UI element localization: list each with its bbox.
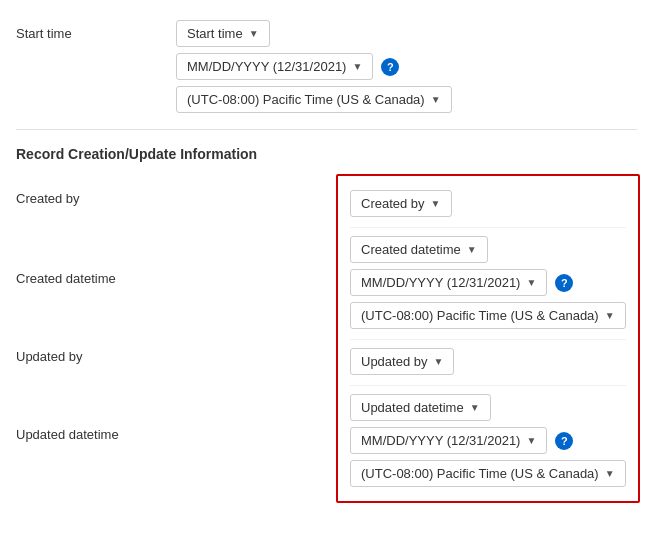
updated-datetime-help-icon[interactable]: ? [555,432,573,450]
created-by-dropdown[interactable]: Created by ▼ [350,190,452,217]
created-datetime-dropdown-label: Created datetime [361,242,461,257]
updated-datetime-group: Updated datetime ▼ MM/DD/YYYY (12/31/202… [350,386,626,493]
start-time-timezone-arrow-icon: ▼ [431,94,441,105]
updated-datetime-timezone-label: (UTC-08:00) Pacific Time (US & Canada) [361,466,599,481]
start-time-label: Start time [16,20,176,41]
updated-datetime-timezone-arrow-icon: ▼ [605,468,615,479]
updated-datetime-dropdown[interactable]: Updated datetime ▼ [350,394,491,421]
updated-datetime-timezone-dropdown[interactable]: (UTC-08:00) Pacific Time (US & Canada) ▼ [350,460,626,487]
start-time-section: Start time Start time ▼ MM/DD/YYYY (12/3… [16,12,637,130]
created-datetime-dropdown[interactable]: Created datetime ▼ [350,236,488,263]
created-by-dropdown-label: Created by [361,196,425,211]
updated-datetime-date-dropdown[interactable]: MM/DD/YYYY (12/31/2021) ▼ [350,427,547,454]
updated-datetime-date-arrow-icon: ▼ [526,435,536,446]
start-time-arrow-icon: ▼ [249,28,259,39]
updated-datetime-dropdown-label: Updated datetime [361,400,464,415]
start-time-date-label: MM/DD/YYYY (12/31/2021) [187,59,346,74]
start-time-date-arrow-icon: ▼ [352,61,362,72]
updated-by-group: Updated by ▼ [350,340,626,386]
updated-datetime-date-label: MM/DD/YYYY (12/31/2021) [361,433,520,448]
start-time-controls: Start time ▼ MM/DD/YYYY (12/31/2021) ▼ ?… [176,20,637,113]
created-datetime-arrow-icon: ▼ [467,244,477,255]
updated-by-arrow-icon: ▼ [434,356,444,367]
created-datetime-date-label: MM/DD/YYYY (12/31/2021) [361,275,520,290]
created-datetime-group: Created datetime ▼ MM/DD/YYYY (12/31/202… [350,228,626,340]
created-datetime-timezone-label: (UTC-08:00) Pacific Time (US & Canada) [361,308,599,323]
page-container: Start time Start time ▼ MM/DD/YYYY (12/3… [0,0,653,515]
created-datetime-outer-label: Created datetime [16,226,176,330]
created-datetime-date-arrow-icon: ▼ [526,277,536,288]
created-by-group: Created by ▼ [350,184,626,228]
updated-by-outer-label: Updated by [16,330,176,382]
created-datetime-help-icon[interactable]: ? [555,274,573,292]
red-border-container: Created by ▼ Created datetime ▼ MM/ [336,174,640,503]
updated-datetime-date-row: MM/DD/YYYY (12/31/2021) ▼ ? [350,427,626,454]
start-time-date-row: MM/DD/YYYY (12/31/2021) ▼ ? [176,53,637,80]
record-form-layout: Created by Created datetime Updated by U… [16,174,637,503]
created-datetime-timezone-arrow-icon: ▼ [605,310,615,321]
created-by-outer-label: Created by [16,174,176,226]
updated-by-dropdown-label: Updated by [361,354,428,369]
created-datetime-date-dropdown[interactable]: MM/DD/YYYY (12/31/2021) ▼ [350,269,547,296]
start-time-date-dropdown[interactable]: MM/DD/YYYY (12/31/2021) ▼ [176,53,373,80]
start-time-timezone-label: (UTC-08:00) Pacific Time (US & Canada) [187,92,425,107]
start-time-dropdown[interactable]: Start time ▼ [176,20,270,47]
created-datetime-date-row: MM/DD/YYYY (12/31/2021) ▼ ? [350,269,626,296]
record-section-header: Record Creation/Update Information [16,146,637,162]
created-by-arrow-icon: ▼ [431,198,441,209]
start-time-timezone-dropdown[interactable]: (UTC-08:00) Pacific Time (US & Canada) ▼ [176,86,452,113]
updated-datetime-outer-label: Updated datetime [16,382,176,486]
record-section: Record Creation/Update Information Creat… [16,146,637,503]
updated-datetime-arrow-icon: ▼ [470,402,480,413]
start-time-help-icon[interactable]: ? [381,58,399,76]
labels-column: Created by Created datetime Updated by U… [16,174,176,503]
updated-by-dropdown[interactable]: Updated by ▼ [350,348,454,375]
created-datetime-timezone-dropdown[interactable]: (UTC-08:00) Pacific Time (US & Canada) ▼ [350,302,626,329]
start-time-dropdown-label: Start time [187,26,243,41]
